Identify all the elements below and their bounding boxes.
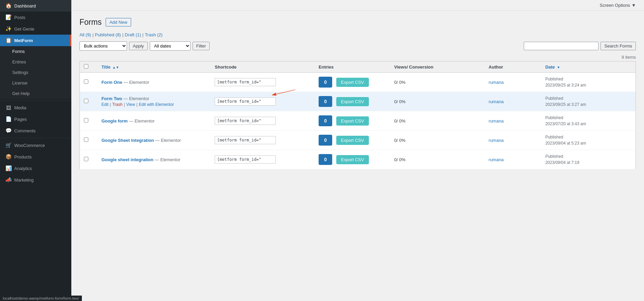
- filter-button[interactable]: Filter: [193, 42, 210, 50]
- search-right: Search Forms: [524, 42, 636, 50]
- row-checkbox[interactable]: [84, 118, 88, 123]
- filter-draft[interactable]: Draft (1): [125, 32, 141, 37]
- author-cell: rumana: [485, 150, 541, 169]
- top-bar: Screen Options ▼: [71, 0, 644, 11]
- table-row: Form One — Elementor 0 Export CSV 0/ 0%: [80, 73, 636, 92]
- marketing-icon: 📣: [5, 177, 12, 183]
- sidebar-item-woocommerce[interactable]: 🛒 WooCommerce: [0, 139, 71, 151]
- row-checkbox[interactable]: [84, 79, 88, 84]
- title-cell: Google form — Elementor: [97, 111, 211, 131]
- shortcode-input[interactable]: [215, 78, 276, 86]
- table-row: Google Sheet Integration — Elementor 0 E…: [80, 131, 636, 150]
- title-cell: Form Two — Elementor Edit | Trash | View…: [97, 92, 211, 111]
- shortcode-col-header: Shortcode: [211, 61, 315, 73]
- title-cell: Google Sheet Integration — Elementor: [97, 131, 211, 150]
- shortcode-input[interactable]: [215, 117, 276, 125]
- form-title-link[interactable]: Google form: [102, 118, 129, 124]
- export-csv-button[interactable]: Export CSV: [336, 78, 369, 87]
- active-indicator: [70, 35, 71, 46]
- form-title-link[interactable]: Google Sheet Integration: [102, 138, 155, 143]
- sidebar-item-metform[interactable]: 📋 MetForm: [0, 35, 71, 46]
- row-checkbox[interactable]: [84, 99, 88, 103]
- row-checkbox[interactable]: [84, 137, 88, 142]
- submenu-item-forms[interactable]: Forms: [0, 46, 71, 57]
- table-header-row: Title ▲▼ Shortcode Entries Views/ Conver…: [80, 61, 636, 73]
- bulk-actions-select[interactable]: Bulk actions: [79, 41, 127, 51]
- author-link[interactable]: rumana: [489, 99, 504, 104]
- submenu-label: License: [12, 80, 28, 86]
- form-title-link[interactable]: Form One: [102, 80, 124, 85]
- sidebar-item-label: Dashboard: [14, 3, 36, 8]
- apply-button[interactable]: Apply: [129, 42, 148, 50]
- title-cell: Form One — Elementor: [97, 73, 211, 92]
- date-col-header[interactable]: Date ▼: [541, 61, 636, 73]
- view-action[interactable]: View: [126, 102, 135, 107]
- export-csv-button[interactable]: Export CSV: [336, 136, 369, 145]
- views-cell: 0/ 0%: [390, 92, 485, 111]
- sidebar-item-label: Pages: [14, 117, 27, 122]
- author-link[interactable]: rumana: [489, 138, 504, 143]
- metform-icon: 📋: [5, 37, 12, 43]
- date-cell: Published 2023/09/04 at 5:23 am: [541, 131, 636, 150]
- sidebar: 🏠 Dashboard 📝 Posts ✨ Get Genie 📋 MetFor…: [0, 0, 71, 301]
- row-checkbox[interactable]: [84, 157, 88, 161]
- shortcode-input[interactable]: [215, 155, 276, 164]
- select-all-checkbox[interactable]: [84, 64, 88, 69]
- submenu-item-get-help[interactable]: Get Help: [0, 88, 71, 99]
- author-link[interactable]: rumana: [489, 157, 504, 162]
- title-col-header[interactable]: Title ▲▼: [97, 61, 211, 73]
- sidebar-item-get-genie[interactable]: ✨ Get Genie: [0, 23, 71, 35]
- export-csv-button[interactable]: Export CSV: [336, 155, 369, 164]
- author-link[interactable]: rumana: [489, 118, 504, 124]
- date-status: Published: [545, 115, 631, 121]
- entries-col-header: Entries: [315, 61, 390, 73]
- sidebar-item-comments[interactable]: 💬 Comments: [0, 125, 71, 136]
- trash-action[interactable]: Trash: [112, 102, 122, 107]
- export-csv-button[interactable]: Export CSV: [336, 116, 369, 126]
- row-actions: Edit | Trash | View | Edit with Elemento…: [102, 102, 207, 107]
- submenu-item-settings[interactable]: Settings: [0, 67, 71, 78]
- submenu-item-license[interactable]: License: [0, 78, 71, 88]
- row-checkbox-cell: [80, 73, 97, 92]
- form-title-link[interactable]: Google sheet integration: [102, 157, 155, 162]
- shortcode-input[interactable]: [215, 136, 276, 144]
- search-filter-row: Bulk actions Apply All dates Filter Sear…: [79, 41, 636, 51]
- screen-options-button[interactable]: Screen Options ▼: [597, 1, 639, 9]
- sidebar-item-products[interactable]: 📦 Products: [0, 151, 71, 163]
- edit-action[interactable]: Edit: [102, 102, 109, 107]
- sidebar-item-analytics[interactable]: 📊 Analytics: [0, 163, 71, 174]
- sidebar-item-marketing[interactable]: 📣 Marketing: [0, 174, 71, 186]
- sidebar-item-media[interactable]: 🖼 Media: [0, 102, 71, 113]
- filter-all[interactable]: All (9): [79, 32, 91, 37]
- filter-trash[interactable]: Trash (2): [145, 32, 162, 37]
- forms-table: Title ▲▼ Shortcode Entries Views/ Conver…: [79, 61, 636, 169]
- edit-elementor-action[interactable]: Edit with Elementor: [139, 102, 174, 107]
- submenu-label: Entries: [12, 59, 26, 64]
- search-forms-button[interactable]: Search Forms: [601, 42, 636, 50]
- date-cell: Published 2023/09/25 at 3:27 am: [541, 92, 636, 111]
- add-new-button[interactable]: Add New: [106, 18, 131, 26]
- table-row: Google form — Elementor 0 Export CSV 0/ …: [80, 111, 636, 131]
- sort-desc-icon: ▼: [557, 65, 560, 69]
- sidebar-item-dashboard[interactable]: 🏠 Dashboard: [0, 0, 71, 12]
- woo-icon: 🛒: [5, 142, 12, 148]
- submenu-item-entries[interactable]: Entries: [0, 57, 71, 67]
- sidebar-item-label: Marketing: [14, 177, 34, 183]
- shortcode-cell: [211, 111, 315, 131]
- row-checkbox-cell: [80, 131, 97, 150]
- sort-asc-icon: ▲▼: [112, 65, 119, 69]
- chevron-down-icon: ▼: [631, 3, 636, 8]
- forms-table-container: Title ▲▼ Shortcode Entries Views/ Conver…: [79, 61, 636, 169]
- filter-published[interactable]: Published (8): [95, 32, 121, 37]
- entries-cell: 0 Export CSV: [315, 111, 390, 131]
- sidebar-item-pages[interactable]: 📄 Pages: [0, 113, 71, 125]
- date-filter-select[interactable]: All dates: [150, 41, 191, 51]
- shortcode-input[interactable]: [215, 97, 276, 106]
- export-csv-button[interactable]: Export CSV: [336, 97, 369, 106]
- form-title-link[interactable]: Form Two: [102, 96, 124, 101]
- author-link[interactable]: rumana: [489, 80, 504, 85]
- search-input[interactable]: [524, 42, 598, 50]
- sidebar-item-label: MetForm: [14, 38, 33, 43]
- page-title: Forms: [79, 18, 102, 27]
- sidebar-item-posts[interactable]: 📝 Posts: [0, 12, 71, 23]
